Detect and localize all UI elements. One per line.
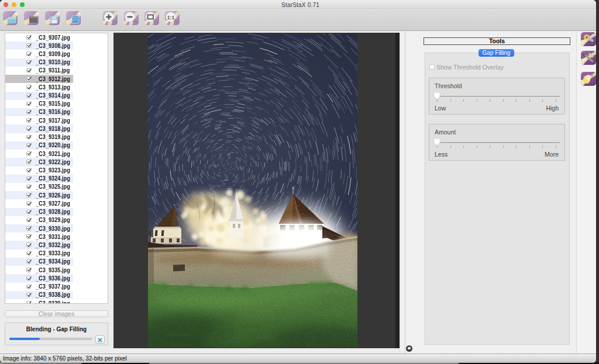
svg-text:1:1: 1:1 bbox=[167, 15, 175, 20]
